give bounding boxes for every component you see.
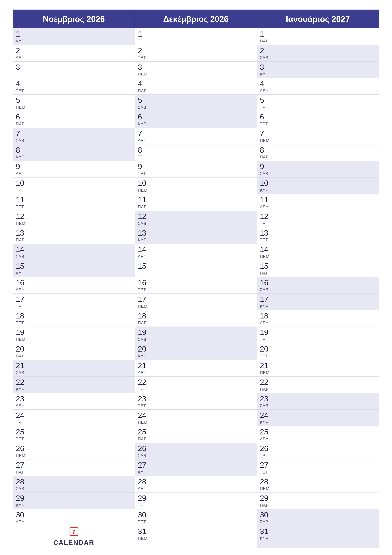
day-number: 23 [16, 395, 132, 403]
day-name: ΠΕΜ [260, 486, 376, 491]
day-name: ΤΡΙ [138, 271, 254, 276]
day-cell: 29ΠΑΡ [257, 492, 379, 509]
day-number: 29 [16, 494, 132, 503]
day-cell: 27ΚΥΡ [135, 459, 257, 476]
day-name: ΠΑΡ [260, 503, 376, 508]
day-cell: 23ΤΕΤ [135, 393, 257, 410]
day-number: 14 [138, 245, 254, 254]
day-cell: 14ΠΕΜ [257, 244, 379, 260]
day-name: ΔΕΥ [138, 254, 254, 259]
day-number: 11 [16, 196, 132, 204]
day-name: ΤΡΙ [260, 221, 376, 226]
day-cell: 22ΚΥΡ [13, 376, 135, 393]
day-name: ΠΕΜ [260, 254, 376, 259]
day-cell: 3ΚΥΡ [257, 61, 379, 78]
day-number: 13 [16, 229, 132, 237]
day-cell: 19ΣΑΒ [135, 327, 257, 343]
day-name: ΤΡΙ [138, 39, 254, 44]
day-number: 10 [260, 179, 376, 188]
day-number: 1 [138, 30, 254, 38]
day-number: 6 [138, 113, 254, 121]
day-name: ΤΕΤ [138, 287, 254, 292]
day-number: 8 [16, 146, 132, 154]
day-number: 20 [16, 345, 132, 353]
day-number: 7 [16, 129, 132, 138]
day-cell: 6ΚΥΡ [135, 111, 257, 128]
day-name: ΚΥΡ [16, 387, 132, 392]
day-name: ΣΑΒ [16, 138, 132, 143]
day-name: ΣΑΒ [16, 486, 132, 491]
day-cell: 2ΣΑΒ [257, 45, 379, 61]
day-cell: 7ΔΕΥ [135, 128, 257, 144]
day-name: ΠΑΡ [138, 437, 254, 441]
day-number: 5 [16, 96, 132, 105]
day-name: ΚΥΡ [138, 470, 254, 475]
day-name: ΤΕΤ [16, 88, 132, 93]
day-number: 29 [138, 494, 254, 503]
day-number: 22 [260, 378, 376, 387]
day-number: 9 [16, 162, 132, 171]
day-cell: 18ΠΑΡ [135, 310, 257, 327]
day-name: ΔΕΥ [138, 138, 254, 143]
day-cell: 27ΠΑΡ [13, 459, 135, 476]
day-cell: 14ΔΕΥ [135, 244, 257, 260]
day-cell: 25ΤΕΤ [13, 426, 135, 443]
day-cell: 13ΤΕΤ [257, 227, 379, 244]
day-name: ΣΑΒ [16, 254, 132, 259]
day-cell: 20ΠΑΡ [13, 343, 135, 360]
day-number: 21 [138, 362, 254, 370]
day-name: ΚΥΡ [16, 154, 132, 160]
day-number: 18 [16, 312, 132, 320]
day-cell: 19ΠΕΜ [13, 327, 135, 343]
day-cell: 28ΔΕΥ [135, 476, 257, 492]
day-name: ΔΕΥ [260, 437, 376, 441]
day-number: 6 [16, 113, 132, 121]
day-number: 6 [260, 113, 376, 121]
day-name: ΤΕΤ [138, 171, 254, 176]
day-name: ΣΑΒ [260, 171, 376, 176]
day-name: ΤΕΤ [260, 470, 376, 475]
day-cell: 30ΤΕΤ [135, 509, 257, 526]
day-cell: 9ΔΕΥ [13, 161, 135, 177]
day-number: 11 [260, 196, 376, 204]
day-name: ΤΕΤ [138, 55, 254, 60]
day-name: ΣΑΒ [138, 453, 254, 458]
day-name: ΣΑΒ [138, 105, 254, 110]
day-cell: 26ΣΑΒ [135, 443, 257, 459]
day-name: ΤΡΙ [260, 337, 376, 342]
day-number: 18 [138, 312, 254, 320]
day-name: ΤΕΤ [260, 122, 376, 126]
day-cell: 17ΠΕΜ [135, 293, 257, 310]
day-name: ΤΡΙ [260, 453, 376, 458]
day-number: 16 [260, 279, 376, 287]
day-cell: 15ΚΥΡ [13, 260, 135, 277]
day-cell: 18ΔΕΥ [257, 310, 379, 327]
day-name: ΣΑΒ [16, 370, 132, 375]
day-name: ΠΑΡ [16, 470, 132, 475]
day-number: 27 [260, 461, 376, 469]
day-cell: 5ΠΕΜ [13, 95, 135, 111]
day-cell: 8ΤΡΙ [135, 144, 257, 161]
day-cell: 15ΠΑΡ [257, 260, 379, 277]
day-number: 12 [260, 212, 376, 221]
day-cell: 22ΤΡΙ [135, 376, 257, 393]
day-cell: 7ΣΑΒ [13, 128, 135, 144]
day-cell: 6ΤΕΤ [257, 111, 379, 128]
day-number: 30 [260, 511, 376, 519]
day-number: 3 [260, 63, 376, 72]
day-number: 12 [138, 212, 254, 221]
day-name: ΚΥΡ [16, 271, 132, 276]
day-cell: 29ΤΡΙ [135, 492, 257, 509]
day-number: 31 [260, 527, 376, 536]
day-name: ΤΕΤ [16, 320, 132, 325]
day-cell: 10ΚΥΡ [257, 177, 379, 194]
day-name: ΔΕΥ [16, 519, 132, 524]
day-cell: 1ΠΑΡ [257, 28, 379, 45]
day-number: 25 [16, 428, 132, 436]
day-name: ΠΑΡ [138, 204, 254, 209]
day-number: 3 [138, 63, 254, 72]
day-name: ΣΑΒ [138, 221, 254, 226]
day-cell: 7ΠΕΜ [257, 128, 379, 144]
day-cell: 20ΚΥΡ [135, 343, 257, 360]
day-cell: 21ΣΑΒ [13, 360, 135, 376]
